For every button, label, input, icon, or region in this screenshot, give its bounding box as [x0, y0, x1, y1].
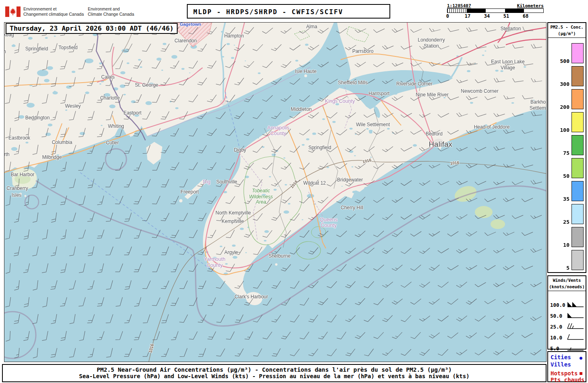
wind-speed-label: 50.0 [550, 313, 562, 319]
pm25-legend-row: 100 [548, 112, 586, 132]
hotspot-square-icon [580, 372, 582, 375]
timestamp-box: Thursday, 23 April 2026 03:00 ADT (46/46… [6, 23, 178, 34]
pm25-color-swatch [571, 250, 584, 270]
divider [548, 37, 586, 38]
pm25-color-swatch [571, 181, 584, 201]
scale-unit-label: Kilometers [517, 3, 544, 8]
scale-tick: 68 [523, 13, 528, 19]
hotspots-label-en: Hotspots [551, 370, 578, 377]
hotspots-label-fr: Pts chauds [551, 377, 584, 383]
pm25-threshold-label: 500 [560, 58, 569, 64]
wind-legend-row: 50.0 [548, 312, 586, 320]
pm25-color-swatch [571, 66, 584, 86]
pm25-threshold-label: 10 [563, 242, 569, 248]
flag-white-field [9, 6, 17, 17]
pm25-legend-row: 300 [548, 66, 586, 86]
scale-segment [524, 9, 543, 12]
wind-barb-symbol [567, 312, 584, 321]
product-title-box: MLDP - HRDPS/SHRPD - CWFIS/SCIFV [187, 4, 390, 19]
pm25-legend-row: 75 [548, 135, 586, 155]
logo-text-english: Environment andClimate Change Canada [88, 6, 134, 17]
pm25-threshold-label: 200 [560, 104, 569, 110]
city-dot-icon [580, 357, 582, 360]
scale-tick: 51 [503, 13, 509, 19]
timestamp: Thursday, 23 April 2026 03:00 ADT (46/46… [10, 25, 174, 32]
scale-segment [505, 9, 524, 12]
pm25-threshold-label: 25 [563, 219, 569, 225]
map-scale-bar: 1:1285407 Kilometers 017345168 [447, 3, 544, 19]
wind-legend-row: 10.0 [548, 334, 586, 342]
scale-strip [447, 8, 544, 13]
divider [548, 291, 586, 291]
pm25-color-swatch [571, 135, 584, 155]
scale-segment [447, 9, 467, 12]
pm25-color-swatch [571, 43, 584, 63]
pm25-legend-row: 200 [548, 89, 586, 109]
cities-label-fr: Villes [551, 361, 571, 368]
wind-legend-title: Winds/Vents [548, 278, 586, 283]
wind-legend-units: (knots/noeuds) [548, 284, 586, 289]
map-canvas: attawamkeagSpringfieldTopsfieldolnCalais… [4, 22, 547, 362]
scale-segment [486, 9, 505, 12]
scale-ratio: 1:1285407 [447, 3, 471, 8]
pm25-threshold-label: 300 [560, 81, 569, 87]
pm25-threshold-label: 35 [563, 196, 569, 202]
pm25-color-swatch [571, 112, 584, 132]
product-title: MLDP - HRDPS/SHRPD - CWFIS/SCIFV [193, 8, 343, 16]
pm25-legend-title: PM2.5 - Conc. [548, 25, 586, 29]
flag-red-bar [17, 6, 21, 17]
wind-legend-panel: Winds/Vents (knots/noeuds) 100.050.025.0… [547, 275, 586, 350]
pm25-legend-units: (µg/m³) [548, 31, 586, 36]
pm25-color-swatch [571, 227, 584, 247]
scale-tick: 0 [446, 13, 449, 19]
scale-segment [467, 9, 486, 12]
scale-tick: 17 [465, 13, 470, 19]
pm25-legend-row: 25 [548, 204, 586, 224]
wind-speed-label: 25.0 [550, 324, 562, 330]
poi-legend-panel: Cities Villes Hotspots Pts chauds [547, 351, 586, 382]
wind-barb-symbol [567, 323, 584, 332]
flag-red-bar [5, 6, 9, 17]
pm25-legend-row: 50 [548, 158, 586, 178]
caption-line2: Sea-Level Pressure (hPa) and Low-Level W… [3, 373, 546, 379]
pm25-legend-panel: PM2.5 - Conc. (µg/m³) 500300200100755035… [547, 22, 586, 273]
map-base-layers [4, 23, 547, 362]
pm25-threshold-label: 75 [563, 150, 569, 156]
wind-speed-label: 5.0 [550, 346, 559, 352]
wind-legend-row: 25.0 [548, 323, 586, 331]
canada-flag-logo [5, 6, 21, 17]
top-bar: Environnement etChangement climatique Ca… [0, 0, 588, 22]
wind-barb-symbol [567, 301, 584, 310]
pm25-threshold-label: 100 [560, 127, 569, 133]
pm25-color-swatch [571, 204, 584, 224]
wind-speed-label: 100.0 [550, 302, 565, 308]
pm25-legend-row: 5 [548, 250, 586, 270]
wind-barb-symbol [567, 334, 584, 343]
pm25-legend-row: 35 [548, 181, 586, 201]
pm25-threshold-label: 5 [566, 265, 569, 271]
caption-line1: PM2.5 Near-Ground Air Concentrations (µg… [3, 366, 546, 373]
pm25-legend-row: 10 [548, 227, 586, 247]
pm25-color-swatch [571, 158, 584, 178]
maple-leaf-icon [10, 8, 16, 15]
scale-tick-labels: 017345168 [447, 13, 544, 19]
pm25-legend-row: 500 [548, 43, 586, 63]
wind-legend-row: 100.0 [548, 301, 586, 309]
caption-box: PM2.5 Near-Ground Air Concentrations (µg… [2, 364, 547, 382]
scale-tick: 34 [484, 13, 490, 19]
cities-label-en: Cities [551, 354, 571, 360]
wind-speed-label: 10.0 [550, 335, 562, 341]
pm25-color-swatch [571, 89, 584, 109]
pm25-threshold-label: 50 [563, 173, 569, 179]
logo-text-french: Environnement etChangement climatique Ca… [23, 6, 84, 17]
